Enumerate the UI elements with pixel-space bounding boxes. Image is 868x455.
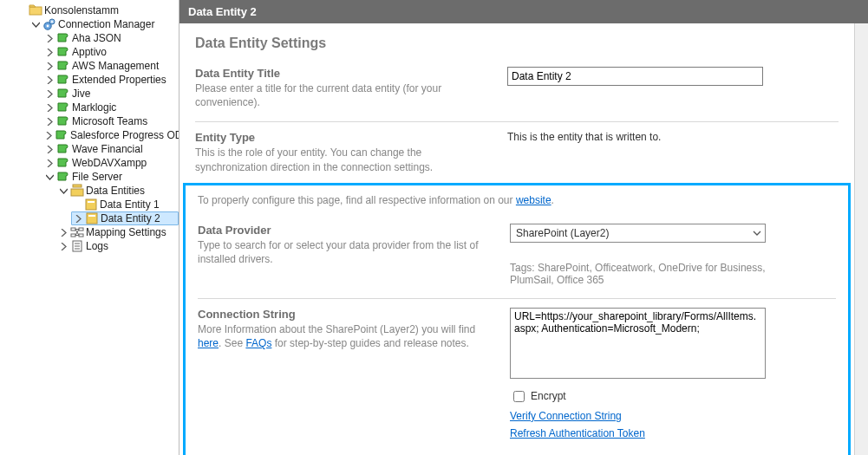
- tree-item-label: File Server: [70, 171, 122, 183]
- tree-data-entities[interactable]: Data Entities: [57, 184, 179, 198]
- chevron-right-icon[interactable]: [59, 242, 69, 251]
- tree-data-entity-1[interactable]: Data Entity 1: [71, 198, 179, 211]
- entity-title-hint: Please enter a title for the current dat…: [195, 81, 490, 109]
- refresh-token-link[interactable]: Refresh Authentication Token: [510, 427, 836, 439]
- tree-item-file-server[interactable]: File Server: [43, 170, 179, 184]
- tree-item-extended-properties[interactable]: Extended Properties: [43, 73, 179, 87]
- chevron-down-icon[interactable]: [31, 20, 41, 29]
- chevron-right-icon[interactable]: [45, 75, 55, 85]
- connstr-hint-post: for step-by-step guides and release note…: [271, 337, 468, 349]
- tree-item-aws-management[interactable]: AWS Management: [43, 59, 179, 73]
- puzzle-icon: [56, 156, 70, 170]
- tree-item-label: Marklogic: [70, 101, 116, 114]
- tree-root-label: Konsolenstamm: [42, 4, 119, 16]
- tree-item-webdavxampp[interactable]: WebDAVXampp: [43, 156, 179, 170]
- puzzle-icon: [56, 45, 70, 59]
- encrypt-label: Encrypt: [531, 390, 566, 402]
- tree-item-label: WebDAVXampp: [70, 157, 147, 169]
- chevron-down-icon[interactable]: [45, 172, 55, 182]
- chevron-right-icon[interactable]: [45, 131, 53, 140]
- entity-title-label: Data Entity Title: [195, 67, 490, 80]
- chevron-down-icon: [749, 224, 765, 242]
- logs-icon: [70, 239, 84, 253]
- tree-item-label: Aha JSON: [70, 32, 121, 44]
- puzzle-icon: [56, 73, 70, 87]
- entity-type-text: This is the entity that is written to.: [507, 131, 839, 143]
- entity-type-label: Entity Type: [195, 131, 490, 144]
- page-title-bar: Data Entity 2: [179, 0, 868, 23]
- chevron-right-icon[interactable]: [45, 62, 55, 71]
- tree-item-salesforce-progress-odbc[interactable]: Salesforce Progress ODBC: [43, 128, 179, 142]
- scrollbar[interactable]: [854, 23, 868, 455]
- tree-data-entities-label: Data Entities: [84, 185, 145, 197]
- entity-icon: [84, 198, 98, 211]
- config-info-line: To properly configure this page, find al…: [198, 194, 836, 206]
- puzzle-icon: [56, 31, 70, 45]
- entity-icon: [85, 211, 99, 225]
- data-provider-tags: Tags: SharePoint, Officeatwork, OneDrive…: [510, 262, 770, 286]
- entity-title-input[interactable]: [507, 67, 763, 86]
- tree-mapping-label: Mapping Settings: [84, 226, 166, 238]
- tree-connection-manager[interactable]: Connection Manager: [29, 17, 179, 31]
- chevron-right-icon[interactable]: [45, 145, 55, 154]
- tree-item-microsoft-teams[interactable]: Microsoft Teams: [43, 114, 179, 128]
- entity-type-hint: This is the role of your entity. You can…: [195, 146, 490, 173]
- folder-icon: [29, 3, 42, 17]
- tree-logs[interactable]: Logs: [57, 239, 179, 253]
- tree-data-entity-2[interactable]: Data Entity 2: [71, 211, 179, 225]
- faqs-link[interactable]: FAQs: [245, 337, 271, 349]
- navigation-tree: Konsolenstamm Connection Manager Aha JSO…: [0, 0, 179, 455]
- chevron-right-icon[interactable]: [45, 34, 55, 43]
- chevron-right-icon[interactable]: [45, 159, 55, 168]
- tree-root-konsolenstamm[interactable]: Konsolenstamm: [16, 3, 179, 17]
- tree-item-apptivo[interactable]: Apptivo: [43, 45, 179, 59]
- verify-connection-link[interactable]: Verify Connection String: [510, 410, 836, 422]
- chevron-right-icon[interactable]: [45, 89, 55, 99]
- page-title: Data Entity 2: [188, 5, 257, 18]
- connection-string-hint: More Information about the SharePoint (L…: [198, 322, 493, 350]
- config-info-suffix: .: [551, 194, 554, 206]
- tree-mapping-settings[interactable]: Mapping Settings: [57, 225, 179, 239]
- data-provider-hint: Type to search for or select your data p…: [198, 238, 493, 266]
- data-provider-label: Data Provider: [198, 224, 493, 237]
- puzzle-icon: [55, 128, 69, 142]
- tree-item-label: Jive: [70, 88, 90, 100]
- chevron-down-icon[interactable]: [59, 186, 69, 196]
- puzzle-icon: [56, 114, 70, 128]
- puzzle-icon: [56, 142, 70, 156]
- chevron-right-icon[interactable]: [45, 48, 55, 57]
- tree-item-wave-financial[interactable]: Wave Financial: [43, 142, 179, 156]
- mapping-icon: [70, 225, 84, 239]
- here-link[interactable]: here: [198, 337, 219, 349]
- tree-item-label: Salesforce Progress ODBC: [69, 129, 179, 141]
- tree-cm-label: Connection Manager: [56, 18, 154, 30]
- tree-item-aha-json[interactable]: Aha JSON: [43, 31, 179, 45]
- connstr-hint-mid: . See: [219, 337, 245, 349]
- chevron-right-icon[interactable]: [45, 103, 55, 113]
- chevron-right-icon[interactable]: [59, 228, 69, 237]
- puzzle-icon: [56, 170, 70, 184]
- chevron-right-icon[interactable]: [45, 117, 55, 127]
- encrypt-checkbox[interactable]: [513, 391, 525, 402]
- settings-heading: Data Entity Settings: [195, 36, 839, 51]
- puzzle-icon: [56, 101, 70, 114]
- tree-item-jive[interactable]: Jive: [43, 87, 179, 101]
- chevron-right-icon[interactable]: [74, 214, 83, 224]
- data-provider-select[interactable]: SharePoint (Layer2): [510, 224, 766, 243]
- connection-string-label: Connection String: [198, 308, 493, 321]
- config-info-prefix: To properly configure this page, find al…: [198, 194, 516, 206]
- puzzle-icon: [56, 59, 70, 73]
- tree-item-label: Wave Financial: [70, 143, 143, 155]
- data-provider-value: SharePoint (Layer2): [511, 227, 749, 239]
- puzzle-icon: [56, 87, 70, 101]
- tree-item-label: Apptivo: [70, 46, 107, 58]
- tree-logs-label: Logs: [84, 240, 108, 252]
- tree-item-marklogic[interactable]: Marklogic: [43, 101, 179, 114]
- tree-item-label: AWS Management: [70, 60, 159, 72]
- tree-entity1-label: Data Entity 1: [98, 198, 160, 211]
- website-link[interactable]: website: [516, 194, 551, 206]
- provider-config-region: To properly configure this page, find al…: [183, 183, 851, 455]
- connection-string-input[interactable]: [510, 308, 766, 379]
- tree-entity2-label: Data Entity 2: [99, 212, 160, 224]
- tree-item-label: Microsoft Teams: [70, 115, 147, 127]
